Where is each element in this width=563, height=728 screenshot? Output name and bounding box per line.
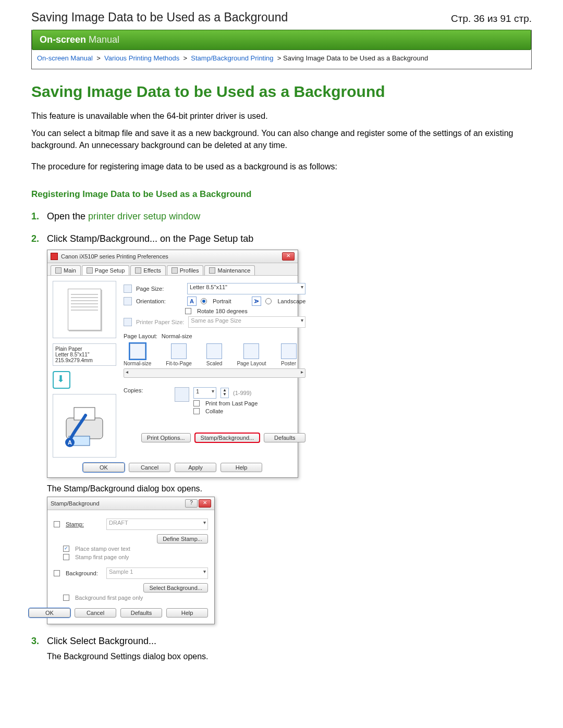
tab-effects-label: Effects [143, 267, 161, 274]
page-size-icon [124, 285, 132, 293]
step-1-text: Open the printer driver setup window [47, 211, 200, 222]
manual-banner-bold: On-screen [40, 34, 86, 45]
layout-normal-label: Normal-size [124, 361, 151, 366]
layout-poster-label: Poster [281, 361, 296, 366]
layout-scaled[interactable]: Scaled [206, 343, 223, 366]
layout-scrollbar[interactable] [124, 368, 305, 378]
intro-paragraph-3: The procedure for registering image data… [31, 161, 532, 172]
close-icon[interactable]: ✕ [199, 499, 211, 508]
help-button[interactable]: Help [166, 608, 208, 618]
close-icon[interactable]: ✕ [282, 252, 295, 261]
stamp-first-checkbox[interactable] [63, 554, 69, 560]
tab-profiles[interactable]: Profiles [167, 265, 204, 275]
bg-first-checkbox[interactable] [63, 595, 69, 601]
tab-maintenance-icon [209, 267, 215, 274]
print-last-checkbox[interactable] [193, 400, 200, 406]
crumb-link-stamp[interactable]: Stamp/Background Printing [191, 54, 273, 62]
printer-driver-setup-link[interactable]: printer driver setup window [88, 211, 200, 221]
copies-range: (1-999) [233, 390, 251, 396]
layout-poster[interactable]: Poster [281, 343, 297, 366]
tab-page-setup-icon [87, 267, 93, 274]
dialog1-title: Canon iX510P series Printing Preferences [61, 253, 168, 260]
portrait-radio-label: Portrait [213, 298, 231, 304]
crumb-link-manual[interactable]: On-screen Manual [37, 54, 93, 62]
media-info: Plain Paper Letter 8.5"x11" 215.9x279.4m… [53, 343, 116, 366]
tab-effects[interactable]: Effects [130, 265, 165, 275]
stamp-background-dialog: Stamp/Background ? ✕ Stamp: DRAFT Define… [47, 497, 215, 624]
layout-pagelayout-label: Page Layout [237, 361, 266, 366]
media-size: Letter 8.5"x11" 215.9x279.4mm [55, 352, 114, 363]
breadcrumb: On-screen Manual > Various Printing Meth… [32, 50, 531, 69]
copies-label: Copies: [124, 387, 170, 393]
layout-scaled-label: Scaled [206, 361, 223, 366]
printer-paper-size-label: Printer Paper Size: [136, 319, 184, 325]
step-1-pre: Open the [47, 211, 88, 221]
help-button[interactable]: Help [221, 463, 262, 472]
page-layout-label: Page Layout: [124, 333, 157, 339]
tab-page-setup-label: Page Setup [95, 267, 125, 274]
orientation-icon [124, 297, 132, 305]
ok-button[interactable]: OK [83, 463, 125, 472]
tab-main[interactable]: Main [51, 265, 81, 275]
apply-button[interactable]: Apply [175, 463, 216, 472]
layout-pagelayout[interactable]: Page Layout [237, 343, 266, 366]
layout-fit[interactable]: Fit-to-Page [166, 343, 191, 366]
background-checkbox-label: Background: [66, 570, 102, 576]
intro-paragraph-1: This feature is unavailable when the 64-… [31, 110, 532, 122]
tab-maintenance[interactable]: Maintenance [204, 265, 255, 275]
printer-illustration: A [53, 394, 116, 458]
stamp-first-label: Stamp first page only [75, 554, 129, 560]
portrait-radio[interactable] [201, 298, 207, 304]
heading-main: Saving Image Data to be Used as a Backgr… [31, 83, 532, 101]
background-select[interactable]: Sample 1 [106, 567, 208, 579]
crumb-link-methods[interactable]: Various Printing Methods [104, 54, 179, 62]
step-3-text: Click Select Background... [47, 636, 156, 647]
layout-options: Normal-size Fit-to-Page Scaled Page Layo… [124, 343, 305, 366]
media-type: Plain Paper [55, 346, 114, 352]
stamp-background-button[interactable]: Stamp/Background... [195, 433, 260, 442]
bg-first-label: Background first page only [75, 595, 143, 601]
tab-maintenance-label: Maintenance [217, 267, 250, 274]
intro-paragraph-2: You can select a bitmap file and save it… [31, 127, 532, 151]
manual-banner: On-screen Manual [32, 30, 531, 50]
dialog1-tabs: Main Page Setup Effects Profiles Mainten… [47, 263, 298, 276]
ok-button[interactable]: OK [29, 608, 70, 618]
tab-main-label: Main [64, 267, 76, 274]
landscape-radio-label: Landscape [277, 298, 305, 304]
print-options-button[interactable]: Print Options... [141, 433, 191, 442]
crumb-tail: Saving Image Data to be Used as a Backgr… [283, 54, 428, 62]
cancel-button[interactable]: Cancel [75, 608, 116, 618]
copies-input[interactable]: 1 [193, 387, 216, 399]
background-checkbox[interactable] [54, 570, 60, 576]
tab-profiles-icon [172, 267, 178, 274]
copies-icon [175, 387, 189, 402]
cancel-button[interactable]: Cancel [129, 463, 170, 472]
rotate-180-checkbox[interactable] [185, 308, 191, 314]
defaults-button[interactable]: Defaults [264, 433, 305, 442]
page-title: Saving Image Data to be Used as a Backgr… [31, 10, 288, 24]
defaults-button[interactable]: Defaults [120, 608, 162, 618]
collate-checkbox[interactable] [193, 408, 200, 414]
page-layout-value: Normal-size [162, 333, 192, 339]
stamp-select[interactable]: DRAFT [106, 519, 208, 530]
layout-normal[interactable]: Normal-size [124, 343, 151, 366]
tab-page-setup[interactable]: Page Setup [82, 265, 130, 275]
step-2-after: The Stamp/Background dialog box opens. [47, 484, 532, 493]
select-background-button[interactable]: Select Background... [143, 583, 208, 593]
help-icon[interactable]: ? [185, 499, 198, 508]
down-arrow-icon [53, 371, 70, 389]
rotate-180-label: Rotate 180 degrees [197, 308, 248, 314]
copies-spinner[interactable]: ▲▼ [221, 388, 229, 398]
tab-effects-icon [135, 267, 141, 274]
svg-text:A: A [68, 439, 72, 446]
stamp-checkbox-label: Stamp: [66, 521, 102, 527]
page-size-select[interactable]: Letter 8.5"x11" [187, 283, 305, 294]
place-over-checkbox[interactable] [63, 546, 69, 552]
stamp-checkbox[interactable] [54, 521, 60, 527]
define-stamp-button[interactable]: Define Stamp... [157, 534, 208, 544]
print-last-label: Print from Last Page [205, 400, 258, 406]
landscape-radio[interactable] [265, 298, 272, 304]
orientation-label: Orientation: [136, 298, 183, 304]
printer-paper-size-select[interactable]: Same as Page Size [188, 316, 305, 328]
step-2-text: Click Stamp/Background... on the Page Se… [47, 233, 253, 244]
